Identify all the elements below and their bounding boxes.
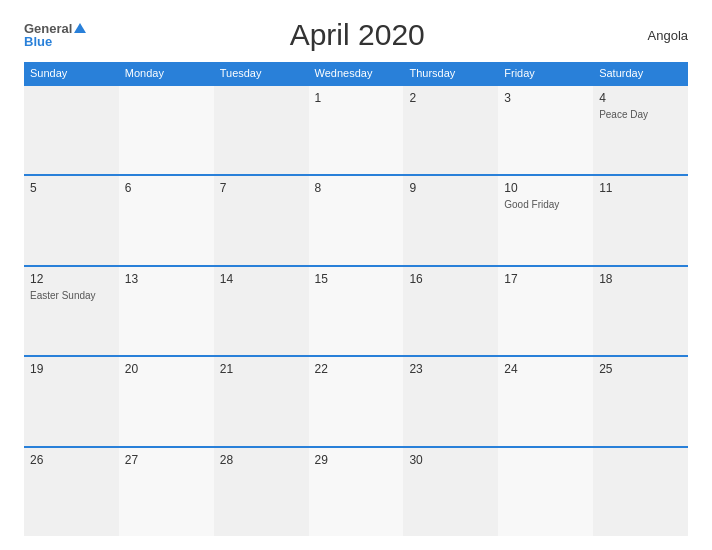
week-row-4: 19202122232425 — [24, 355, 688, 445]
day-cell: 5 — [24, 176, 119, 264]
day-cell: 23 — [403, 357, 498, 445]
day-cell: 16 — [403, 267, 498, 355]
day-header-monday: Monday — [119, 62, 214, 84]
day-number: 7 — [220, 181, 303, 195]
header: General Blue April 2020 Angola — [24, 18, 688, 52]
day-event: Peace Day — [599, 109, 682, 120]
day-cell — [214, 86, 309, 174]
day-number: 15 — [315, 272, 398, 286]
day-header-wednesday: Wednesday — [309, 62, 404, 84]
week-row-1: 1234Peace Day — [24, 84, 688, 174]
day-cell: 22 — [309, 357, 404, 445]
day-event: Good Friday — [504, 199, 587, 210]
day-cell: 2 — [403, 86, 498, 174]
week-row-2: 5678910Good Friday11 — [24, 174, 688, 264]
day-cell: 19 — [24, 357, 119, 445]
weeks: 1234Peace Day5678910Good Friday1112Easte… — [24, 84, 688, 536]
day-cell — [593, 448, 688, 536]
day-cell: 30 — [403, 448, 498, 536]
day-number: 23 — [409, 362, 492, 376]
day-cell: 10Good Friday — [498, 176, 593, 264]
day-cell: 20 — [119, 357, 214, 445]
day-number: 19 — [30, 362, 113, 376]
day-cell — [24, 86, 119, 174]
calendar: SundayMondayTuesdayWednesdayThursdayFrid… — [24, 62, 688, 536]
day-header-friday: Friday — [498, 62, 593, 84]
logo-text: General Blue — [24, 22, 86, 48]
day-cell: 17 — [498, 267, 593, 355]
day-number: 25 — [599, 362, 682, 376]
day-number: 28 — [220, 453, 303, 467]
day-number: 22 — [315, 362, 398, 376]
day-number: 16 — [409, 272, 492, 286]
day-cell: 14 — [214, 267, 309, 355]
day-event: Easter Sunday — [30, 290, 113, 301]
day-number: 1 — [315, 91, 398, 105]
day-cell: 9 — [403, 176, 498, 264]
day-header-saturday: Saturday — [593, 62, 688, 84]
day-cell — [498, 448, 593, 536]
day-number: 30 — [409, 453, 492, 467]
day-cell: 3 — [498, 86, 593, 174]
day-number: 11 — [599, 181, 682, 195]
day-cell: 18 — [593, 267, 688, 355]
logo-triangle-icon — [74, 23, 86, 33]
day-cell: 8 — [309, 176, 404, 264]
day-number: 21 — [220, 362, 303, 376]
day-number: 14 — [220, 272, 303, 286]
day-number: 9 — [409, 181, 492, 195]
day-header-sunday: Sunday — [24, 62, 119, 84]
calendar-title: April 2020 — [86, 18, 628, 52]
day-cell: 6 — [119, 176, 214, 264]
day-number: 20 — [125, 362, 208, 376]
day-cell: 7 — [214, 176, 309, 264]
day-cell: 26 — [24, 448, 119, 536]
day-number: 29 — [315, 453, 398, 467]
logo-blue-text: Blue — [24, 35, 52, 48]
day-number: 27 — [125, 453, 208, 467]
day-number: 26 — [30, 453, 113, 467]
day-number: 2 — [409, 91, 492, 105]
logo: General Blue — [24, 22, 86, 48]
day-cell: 28 — [214, 448, 309, 536]
day-cell: 25 — [593, 357, 688, 445]
day-number: 24 — [504, 362, 587, 376]
day-cell — [119, 86, 214, 174]
day-cell: 24 — [498, 357, 593, 445]
day-headers: SundayMondayTuesdayWednesdayThursdayFrid… — [24, 62, 688, 84]
day-cell: 27 — [119, 448, 214, 536]
day-number: 3 — [504, 91, 587, 105]
day-header-tuesday: Tuesday — [214, 62, 309, 84]
day-cell: 29 — [309, 448, 404, 536]
day-cell: 11 — [593, 176, 688, 264]
day-cell: 15 — [309, 267, 404, 355]
day-number: 8 — [315, 181, 398, 195]
day-number: 4 — [599, 91, 682, 105]
day-number: 17 — [504, 272, 587, 286]
day-number: 13 — [125, 272, 208, 286]
day-number: 5 — [30, 181, 113, 195]
day-header-thursday: Thursday — [403, 62, 498, 84]
day-number: 6 — [125, 181, 208, 195]
week-row-3: 12Easter Sunday131415161718 — [24, 265, 688, 355]
page: General Blue April 2020 Angola SundayMon… — [0, 0, 712, 550]
day-cell: 1 — [309, 86, 404, 174]
day-cell: 4Peace Day — [593, 86, 688, 174]
country-label: Angola — [628, 28, 688, 43]
day-number: 12 — [30, 272, 113, 286]
day-cell: 21 — [214, 357, 309, 445]
week-row-5: 2627282930 — [24, 446, 688, 536]
day-cell: 13 — [119, 267, 214, 355]
day-number: 18 — [599, 272, 682, 286]
day-number: 10 — [504, 181, 587, 195]
day-cell: 12Easter Sunday — [24, 267, 119, 355]
